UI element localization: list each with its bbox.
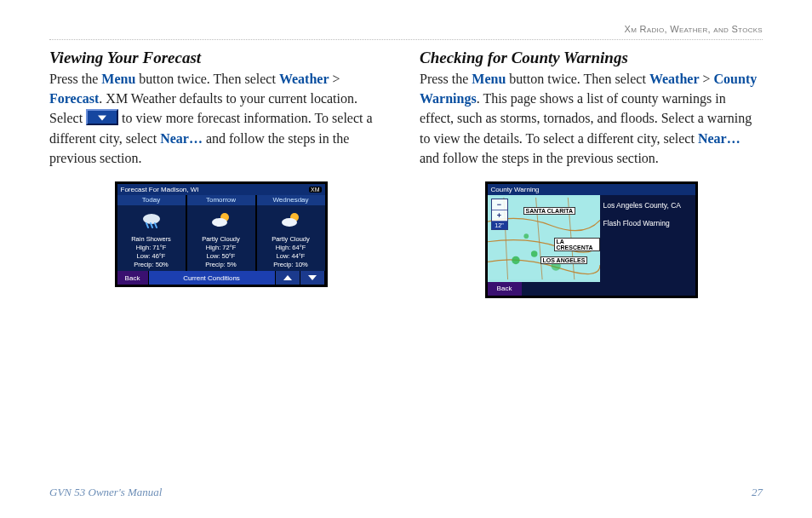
- footer-spacer: [522, 282, 695, 296]
- forecast-card: Tomorrow Partly Cloudy High: 72°F Low: 5…: [187, 195, 255, 271]
- content-columns: Viewing Your Forecast Press the Menu but…: [49, 49, 763, 298]
- svg-point-6: [512, 256, 519, 264]
- svg-point-0: [143, 214, 160, 224]
- kw-menu: Menu: [472, 72, 506, 86]
- forecast-titlebar: Forecast For Madison, WI XM: [117, 184, 325, 195]
- county-warning-screenshot: County Warning: [485, 181, 698, 298]
- forecast-screenshot: Forecast For Madison, WI XM Today Rain S…: [115, 181, 328, 287]
- forecast-day: Tomorrow: [187, 195, 255, 206]
- forecast-cond: Partly Cloudy: [257, 235, 325, 244]
- forecast-day: Today: [117, 195, 186, 206]
- text: and follow the steps in the previous sec…: [420, 151, 659, 165]
- partly-cloudy-icon: [257, 208, 325, 233]
- text: button twice. Then select: [135, 72, 279, 86]
- forecast-card: Today Rain Showers High: 71°F Low: 46°F …: [117, 195, 186, 271]
- scroll-down-button[interactable]: [300, 271, 325, 285]
- text: Press the: [49, 72, 101, 86]
- kw-menu: Menu: [101, 72, 135, 86]
- cw-county-name: Los Angeles County, CA: [603, 200, 692, 211]
- partly-cloudy-icon: [187, 208, 255, 233]
- kw-forecast: Forecast: [49, 91, 99, 106]
- zoom-scale: 12": [492, 222, 507, 229]
- text: button twice. Then select: [506, 72, 649, 86]
- kw-near: Near…: [698, 131, 741, 146]
- page-number: 27: [752, 486, 763, 499]
- back-button[interactable]: Back: [488, 282, 522, 296]
- forecast-precip: Precip: 5%: [187, 261, 255, 269]
- cw-warning-type: Flash Flood Warning: [603, 218, 692, 229]
- svg-point-2: [212, 218, 227, 227]
- svg-point-4: [282, 218, 297, 227]
- column-left: Viewing Your Forecast Press the Menu but…: [49, 49, 392, 298]
- heading-county-warnings: Checking for County Warnings: [420, 49, 763, 67]
- column-right: Checking for County Warnings Press the M…: [420, 49, 763, 298]
- map-label-santa-clarita: SANTA CLARITA: [523, 207, 575, 215]
- forecast-hi: High: 71°F: [117, 244, 186, 252]
- page-footer: GVN 53 Owner's Manual 27: [49, 486, 763, 499]
- kw-weather: Weather: [649, 72, 700, 86]
- svg-point-7: [530, 250, 537, 257]
- current-conditions-button[interactable]: Current Conditions: [149, 271, 276, 285]
- map-label-los-angeles: LOS ANGELES: [540, 256, 588, 264]
- xm-badge: XM: [309, 187, 322, 193]
- cw-titlebar: County Warning: [488, 184, 695, 195]
- paragraph-forecast: Press the Menu button twice. Then select…: [49, 69, 392, 168]
- back-button[interactable]: Back: [117, 271, 149, 285]
- svg-point-9: [523, 233, 529, 239]
- cw-title: County Warning: [491, 186, 540, 193]
- text: Press the: [420, 72, 472, 86]
- forecast-lo: Low: 50°F: [187, 252, 255, 261]
- zoom-in-button[interactable]: +: [492, 210, 507, 222]
- text: >: [329, 72, 340, 86]
- paragraph-county-warnings: Press the Menu button twice. Then select…: [420, 69, 763, 168]
- cw-map: − + 12" SANTA CLARITA LA CRESCENTA LOS A…: [488, 195, 600, 282]
- forecast-card: Wednesday Partly Cloudy High: 64°F Low: …: [257, 195, 325, 271]
- scroll-up-button[interactable]: [276, 271, 300, 285]
- forecast-hi: High: 72°F: [187, 244, 255, 252]
- zoom-out-button[interactable]: −: [492, 199, 507, 210]
- kw-weather: Weather: [279, 72, 329, 86]
- forecast-lo: Low: 44°F: [257, 252, 325, 261]
- manual-name: GVN 53 Owner's Manual: [49, 486, 162, 499]
- down-arrow-icon: [86, 109, 118, 125]
- forecast-cards: Today Rain Showers High: 71°F Low: 46°F …: [117, 195, 325, 271]
- cw-body: − + 12" SANTA CLARITA LA CRESCENTA LOS A…: [488, 195, 695, 282]
- cw-side-panel: Los Angeles County, CA Flash Flood Warni…: [600, 195, 695, 282]
- heading-forecast: Viewing Your Forecast: [49, 49, 392, 67]
- forecast-cond: Partly Cloudy: [187, 235, 255, 244]
- forecast-footer: Back Current Conditions: [117, 271, 325, 285]
- forecast-cond: Rain Showers: [117, 235, 186, 244]
- chapter-header: Xm Radio, Weather, and Stocks: [49, 24, 763, 40]
- kw-near: Near…: [160, 131, 203, 146]
- forecast-lo: Low: 46°F: [117, 252, 186, 261]
- forecast-title: Forecast For Madison, WI: [121, 186, 199, 193]
- map-label-la-crescenta: LA CRESCENTA: [554, 238, 600, 251]
- forecast-day: Wednesday: [257, 195, 325, 206]
- forecast-precip: Precip: 10%: [257, 261, 325, 269]
- cw-footer: Back: [488, 282, 695, 296]
- forecast-hi: High: 64°F: [257, 244, 325, 252]
- rain-icon: [117, 208, 186, 233]
- manual-page: Xm Radio, Weather, and Stocks Viewing Yo…: [0, 0, 812, 518]
- zoom-control: − + 12": [491, 199, 508, 230]
- forecast-precip: Precip: 50%: [117, 261, 186, 269]
- text: >: [700, 72, 714, 86]
